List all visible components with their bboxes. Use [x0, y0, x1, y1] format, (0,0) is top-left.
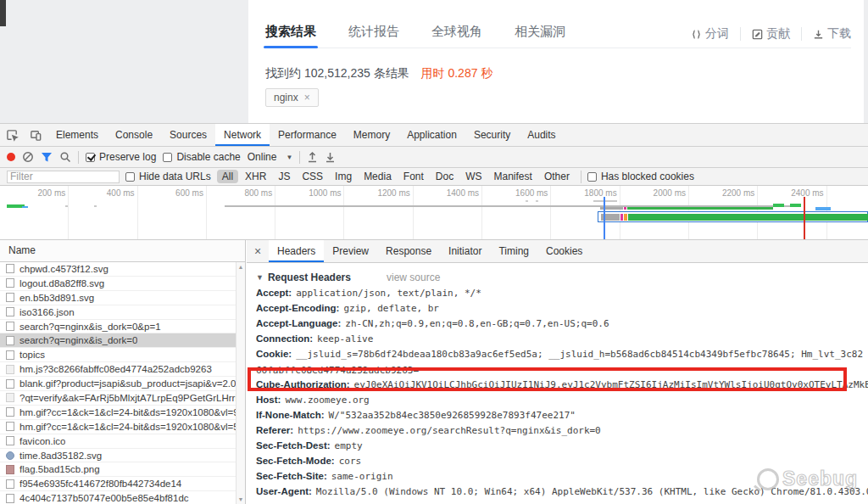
- header-value: https://www.zoomeye.org/searchResult?q=n…: [298, 425, 601, 436]
- resource-type-filter[interactable]: WS: [460, 170, 487, 183]
- import-har-icon[interactable]: [307, 151, 318, 163]
- request-row[interactable]: search?q=nginx&is_dork=0&p=1: [0, 320, 236, 334]
- request-row[interactable]: ?qt=verify&ak=FArRj5bMlxjtA7LrpEq9PGetGr…: [0, 391, 236, 406]
- request-row[interactable]: favicon.ico: [0, 434, 236, 449]
- devtools-tab[interactable]: Elements: [47, 124, 107, 146]
- clear-icon[interactable]: [22, 151, 34, 163]
- detail-tab[interactable]: Response: [377, 240, 440, 262]
- view-source-link[interactable]: view source: [387, 272, 440, 283]
- resource-type-filter[interactable]: Font: [398, 170, 429, 183]
- inspect-element-button[interactable]: [0, 124, 24, 146]
- devtools-tab[interactable]: Console: [107, 124, 161, 146]
- scroll-up-icon[interactable]: ▲: [236, 264, 245, 270]
- request-row[interactable]: search?q=nginx&is_dork=0: [0, 333, 236, 348]
- detail-tab[interactable]: Headers: [269, 240, 324, 262]
- file-icon: [6, 436, 14, 445]
- request-row[interactable]: blank.gif?product=jsapi&sub_product=jsap…: [0, 377, 236, 391]
- scroll-down-icon[interactable]: ▼: [236, 496, 245, 502]
- segment-words-button[interactable]: 分词: [691, 26, 729, 42]
- devtools-tab[interactable]: Performance: [270, 124, 345, 146]
- header-value: same-origin: [331, 471, 393, 482]
- result-count-text: 找到约 102,512,235 条结果: [265, 66, 409, 80]
- result-tab[interactable]: 相关漏洞: [515, 20, 565, 48]
- detail-tab[interactable]: Cookies: [537, 240, 591, 262]
- close-icon[interactable]: ×: [247, 240, 269, 262]
- header-value: zh-CN,zh;q=0.9,en;q=0.8,en-GB;q=0.7,en-U…: [345, 318, 609, 329]
- resource-type-filter[interactable]: All: [217, 170, 238, 183]
- disable-cache-checkbox[interactable]: [163, 153, 172, 162]
- file-icon: [6, 465, 14, 474]
- request-row[interactable]: hm.js?3c8266fabffc08ed4774a252adcb9263: [0, 362, 236, 377]
- result-tab[interactable]: 统计报告: [348, 20, 399, 48]
- waterfall-bar: [624, 207, 626, 210]
- timeline-tick-label: 800 ms: [207, 186, 275, 240]
- request-row[interactable]: logout.d8a82ff8.svg: [0, 277, 236, 291]
- devtools-tab[interactable]: Sources: [161, 124, 215, 146]
- filter-funnel-icon[interactable]: [41, 152, 53, 163]
- name-column-header[interactable]: Name: [0, 240, 245, 262]
- requests-scrollbar[interactable]: ▲ ▼: [236, 262, 245, 504]
- filter-input[interactable]: [7, 171, 120, 183]
- preserve-log-checkbox[interactable]: [86, 153, 95, 162]
- braces-icon: [691, 29, 702, 40]
- file-icon: [6, 451, 14, 460]
- resource-type-filter[interactable]: Other: [539, 170, 575, 183]
- throttling-dropdown[interactable]: Online ▼: [248, 151, 293, 163]
- request-row[interactable]: time.8ad35182.svg: [0, 449, 236, 463]
- hide-data-urls-checkbox[interactable]: [125, 172, 135, 182]
- request-row[interactable]: iso3166.json: [0, 305, 236, 320]
- devtools-tab[interactable]: Security: [465, 124, 519, 146]
- timeline-tick-label: 1400 ms: [414, 186, 482, 240]
- result-tab[interactable]: 全球视角: [431, 20, 482, 48]
- header-line: Acceptapplication/json, text/plain, */*: [256, 285, 868, 300]
- devtools-tab[interactable]: Application: [398, 124, 465, 146]
- search-icon[interactable]: [59, 151, 71, 163]
- record-icon[interactable]: [7, 153, 15, 161]
- devtools-panel: ElementsConsoleSourcesNetworkPerformance…: [0, 123, 868, 504]
- blocked-cookies-control[interactable]: Has blocked cookies: [587, 171, 694, 182]
- detail-tab[interactable]: Preview: [324, 240, 377, 262]
- selected-request-waterfall[interactable]: [598, 211, 868, 222]
- resource-type-filter[interactable]: Manifest: [489, 170, 537, 183]
- waterfall-bar: [627, 207, 773, 210]
- request-row[interactable]: en.b5b3d891.svg: [0, 291, 236, 305]
- resource-type-filter[interactable]: Img: [330, 170, 357, 183]
- hide-data-urls-control[interactable]: Hide data URLs: [125, 171, 211, 182]
- contribute-button[interactable]: 贡献: [752, 26, 790, 42]
- blocked-cookies-checkbox[interactable]: [587, 172, 597, 182]
- timeline-overview[interactable]: 200 ms400 ms600 ms800 ms1000 ms1200 ms14…: [0, 186, 868, 240]
- detail-tab[interactable]: Timing: [490, 240, 537, 262]
- header-value: cors: [339, 456, 362, 467]
- request-row[interactable]: hm.gif?cc=1&ck=1&cl=24-bit&ds=1920x1080&…: [0, 420, 236, 434]
- file-icon: [6, 307, 14, 316]
- resource-type-filter[interactable]: Media: [359, 170, 397, 183]
- devtools-tab[interactable]: Memory: [345, 124, 398, 146]
- request-row[interactable]: flag.5bad15cb.png: [0, 462, 236, 477]
- device-toolbar-icon: [30, 129, 42, 142]
- disable-cache-control[interactable]: Disable cache: [163, 151, 240, 163]
- result-tab[interactable]: 搜索结果: [265, 20, 316, 48]
- request-row[interactable]: hm.gif?cc=1&ck=1&cl=24-bit&ds=1920x1080&…: [0, 406, 236, 420]
- download-button[interactable]: 下载: [813, 26, 851, 42]
- detail-tab[interactable]: Initiator: [440, 240, 490, 262]
- resource-type-filter[interactable]: CSS: [297, 170, 328, 183]
- devtools-tab[interactable]: Audits: [519, 124, 564, 146]
- resource-type-filter[interactable]: JS: [273, 170, 295, 183]
- tag-close-icon[interactable]: ×: [304, 92, 310, 104]
- collapse-triangle-icon[interactable]: ▼: [256, 273, 264, 282]
- devtools-tab[interactable]: Network: [215, 124, 270, 146]
- resource-type-filter[interactable]: Doc: [431, 170, 459, 183]
- dom-content-loaded-marker: [604, 197, 605, 239]
- request-row[interactable]: topics: [0, 348, 236, 362]
- request-name: favicon.ico: [19, 436, 65, 446]
- request-row[interactable]: chpwd.c4573f12.svg: [0, 262, 236, 277]
- export-har-icon[interactable]: [325, 151, 336, 163]
- request-row[interactable]: 4c404c7137b50747e00b5e85e4bf81dc: [0, 491, 236, 504]
- device-toolbar-button[interactable]: [24, 124, 47, 146]
- throttling-value: Online: [248, 151, 277, 163]
- header-name: If-None-Match: [256, 410, 325, 420]
- request-row[interactable]: f954e6935fc414672f80fb442734de14: [0, 477, 236, 491]
- zoomeye-page: 搜索结果统计报告全球视角相关漏洞 分词 贡献 下载 找到约 102,5: [0, 0, 868, 123]
- preserve-log-control[interactable]: Preserve log: [86, 151, 156, 163]
- resource-type-filter[interactable]: XHR: [240, 170, 271, 183]
